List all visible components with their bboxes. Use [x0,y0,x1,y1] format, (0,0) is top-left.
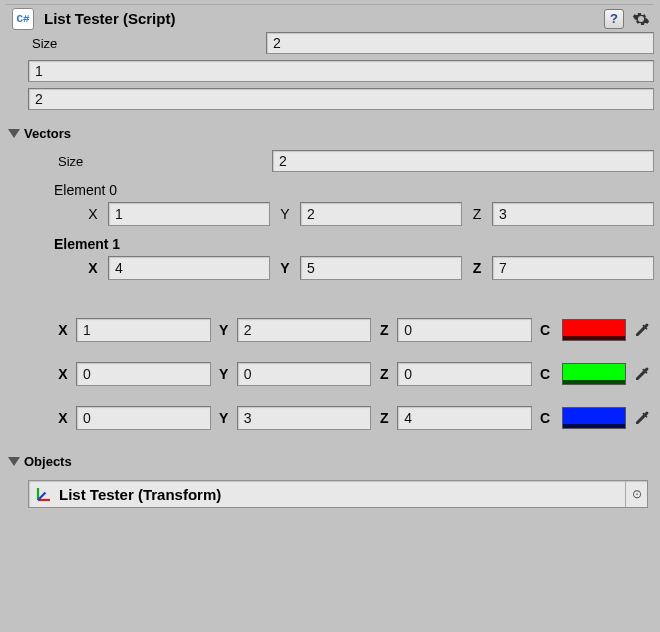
y-label: Y [215,366,233,382]
script-badge-icon: C# [12,8,34,30]
z-input[interactable]: 0 [397,318,532,342]
colored-vector-row: X 0 Y 3 Z 4 C [6,406,654,430]
vectors-title: Vectors [24,126,71,141]
z-label: Z [468,206,486,222]
object-reference-field[interactable]: List Tester (Transform) ⊙ [28,480,648,508]
eyedropper-icon[interactable] [630,406,654,430]
script-badge-text: C# [16,13,29,25]
z-input[interactable]: 7 [492,256,654,280]
c-label: C [536,366,554,382]
x-label: X [84,260,102,276]
colored-vector-row: X 1 Y 2 Z 0 C [6,318,654,342]
list-item-row: 1 [6,60,654,82]
y-input[interactable]: 0 [237,362,372,386]
x-label: X [54,366,72,382]
x-input[interactable]: 4 [108,256,270,280]
size-input[interactable]: 2 [266,32,654,54]
component-title: List Tester (Script) [44,10,604,27]
y-input[interactable]: 2 [300,202,462,226]
z-label: Z [375,322,393,338]
z-input[interactable]: 4 [397,406,532,430]
x-label: X [84,206,102,222]
eyedropper-icon[interactable] [630,318,654,342]
list-item-input[interactable]: 2 [28,88,654,110]
size-label: Size [28,36,266,51]
z-label: Z [375,410,393,426]
list-item-row: 2 [6,88,654,110]
object-picker-icon[interactable]: ⊙ [625,481,647,507]
foldout-triangle-icon[interactable] [8,457,20,466]
x-label: X [54,322,72,338]
eyedropper-icon[interactable] [630,362,654,386]
y-label: Y [215,410,233,426]
object-reference-label: List Tester (Transform) [59,486,625,503]
size-row: Size 2 [6,32,654,54]
c-label: C [536,410,554,426]
x-input[interactable]: 0 [76,406,211,430]
x-input[interactable]: 1 [76,318,211,342]
color-swatch[interactable] [562,319,626,341]
element-label[interactable]: Element 0 [6,182,654,198]
y-input[interactable]: 3 [237,406,372,430]
vector3-row: X 4 Y 5 Z 7 [6,256,654,280]
c-label: C [536,322,554,338]
colored-vector-row: X 0 Y 0 Z 0 C [6,362,654,386]
vectors-size-row: Size 2 [6,150,654,172]
z-label: Z [468,260,486,276]
transform-icon [35,485,53,503]
objects-foldout[interactable]: Objects [6,448,654,474]
help-icon[interactable]: ? [604,9,624,29]
x-label: X [54,410,72,426]
vectors-foldout[interactable]: Vectors [6,120,654,146]
x-input[interactable]: 0 [76,362,211,386]
x-input[interactable]: 1 [108,202,270,226]
component-header[interactable]: C# List Tester (Script) ? [6,4,654,32]
color-swatch[interactable] [562,407,626,429]
foldout-triangle-icon[interactable] [8,129,20,138]
z-input[interactable]: 0 [397,362,532,386]
y-input[interactable]: 2 [237,318,372,342]
vectors-size-label: Size [54,154,272,169]
gear-icon[interactable] [632,10,650,28]
vector3-row: X 1 Y 2 Z 3 [6,202,654,226]
vectors-size-input[interactable]: 2 [272,150,654,172]
y-label: Y [276,260,294,276]
element-label[interactable]: Element 1 [6,236,654,252]
y-label: Y [276,206,294,222]
z-input[interactable]: 3 [492,202,654,226]
objects-title: Objects [24,454,72,469]
y-input[interactable]: 5 [300,256,462,280]
list-item-input[interactable]: 1 [28,60,654,82]
y-label: Y [215,322,233,338]
color-swatch[interactable] [562,363,626,385]
z-label: Z [375,366,393,382]
